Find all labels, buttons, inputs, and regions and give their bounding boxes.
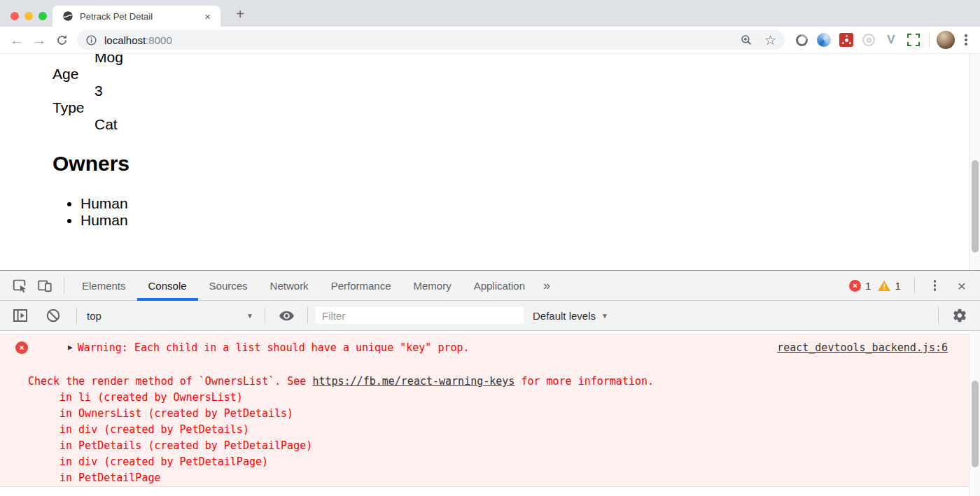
- tab-sources[interactable]: Sources: [198, 271, 259, 300]
- error-badge-icon[interactable]: ×: [849, 280, 861, 292]
- owners-heading: Owners: [52, 152, 980, 176]
- extension-capture-icon[interactable]: [904, 31, 923, 49]
- site-info-icon[interactable]: [85, 34, 97, 46]
- check-render-line: Check the render method of `OwnersList`.…: [28, 374, 948, 390]
- live-expression-button[interactable]: [277, 306, 295, 325]
- devtools-close-button[interactable]: ×: [949, 278, 974, 293]
- address-bar[interactable]: localhost:8000 ☆: [77, 30, 785, 50]
- stack-line: in div (created by PetDetailPage): [28, 454, 948, 470]
- forward-button[interactable]: →: [28, 29, 50, 50]
- expand-triangle-icon[interactable]: ▶: [68, 340, 73, 355]
- console-scrollbar-thumb[interactable]: [972, 381, 979, 467]
- react-warning-keys-link[interactable]: https://fb.me/react-warning-keys: [312, 375, 514, 388]
- source-file-link[interactable]: react_devtools_backend.js:6: [763, 340, 948, 355]
- stack-line: in PetDetailPage: [28, 470, 948, 486]
- pet-details: Mog Age 3 Type Cat Owners Human Human: [52, 54, 980, 229]
- inspect-cursor-icon: [12, 278, 27, 293]
- console-sidebar-toggle-button[interactable]: [11, 306, 29, 325]
- new-tab-button[interactable]: +: [230, 3, 251, 24]
- eye-icon: [279, 308, 295, 324]
- stack-line: in li (created by OwnersList): [28, 390, 948, 406]
- tab-memory[interactable]: Memory: [402, 271, 463, 300]
- extension-target-icon[interactable]: [860, 31, 878, 49]
- devtools-settings-button[interactable]: [951, 306, 969, 325]
- tab-elements[interactable]: Elements: [71, 271, 137, 300]
- console-sidebar-icon: [12, 307, 29, 324]
- devtools-menu-button[interactable]: [927, 276, 944, 295]
- extension-swirl-gray-icon[interactable]: [792, 31, 811, 49]
- check-render-text: Check the render method of `OwnersList`.…: [28, 375, 312, 388]
- clear-console-icon: [46, 308, 61, 323]
- warning-count: 1: [895, 280, 900, 292]
- console-message-header: × ▶ Warning: Each child in a list should…: [0, 340, 948, 355]
- profile-avatar[interactable]: [937, 31, 955, 49]
- tab-network[interactable]: Network: [259, 271, 320, 300]
- url-text: localhost:8000: [104, 34, 172, 46]
- favicon-globe-icon: [62, 10, 74, 22]
- pet-name-value: Mog: [94, 54, 980, 66]
- device-toolbar-icon: [37, 278, 52, 293]
- url-port: :8000: [146, 34, 172, 46]
- console-output: × ▶ Warning: Each child in a list should…: [0, 332, 980, 496]
- reload-button[interactable]: [50, 29, 73, 50]
- browser-window: Petrack Pet Detail × + ← → localhost:800…: [0, 0, 980, 496]
- extension-swirl-blue-icon[interactable]: [815, 31, 833, 49]
- traffic-zoom-button[interactable]: [38, 12, 47, 20]
- devtools-divider: [64, 277, 64, 294]
- filter-input[interactable]: [316, 307, 524, 324]
- browser-menu-button[interactable]: [958, 31, 974, 49]
- tab-console[interactable]: Console: [137, 271, 198, 300]
- tab-title: Petrack Pet Detail: [80, 11, 202, 22]
- log-levels-dropdown[interactable]: Default levels ▼: [533, 310, 608, 322]
- tab-close-icon[interactable]: ×: [202, 10, 214, 23]
- console-scrollbar: [969, 332, 980, 496]
- back-button[interactable]: ←: [6, 29, 28, 50]
- more-tabs-button[interactable]: »: [536, 278, 557, 293]
- page-scrollbar-thumb[interactable]: [972, 160, 979, 253]
- traffic-close-button[interactable]: [10, 12, 19, 20]
- javascript-context-dropdown[interactable]: top ▼: [87, 310, 253, 322]
- clear-console-button[interactable]: [44, 306, 62, 325]
- toolbar-divider: [929, 33, 930, 47]
- tab-application[interactable]: Application: [463, 271, 536, 300]
- extension-red-icon[interactable]: [837, 31, 855, 49]
- inspect-element-button[interactable]: [10, 276, 29, 295]
- console-toolbar: top ▼ Default levels ▼: [0, 301, 980, 331]
- stack-line: in OwnersList (created by PetDetails): [28, 406, 948, 422]
- tab-performance[interactable]: Performance: [320, 271, 402, 300]
- zoom-indicator-icon[interactable]: [740, 34, 753, 47]
- chevron-down-icon: ▼: [601, 312, 608, 320]
- component-stack: in li (created by OwnersList) in OwnersL…: [28, 390, 948, 486]
- pet-detail-list: Mog Age 3 Type Cat: [52, 54, 980, 133]
- browser-toolbar: ← → localhost:8000 ☆ V: [0, 27, 980, 54]
- device-toolbar-button[interactable]: [36, 276, 54, 295]
- context-label: top: [87, 310, 102, 322]
- traffic-minimize-button[interactable]: [24, 12, 33, 20]
- devtools-tab-bar: Elements Console Sources Network Perform…: [0, 271, 980, 301]
- browser-tab[interactable]: Petrack Pet Detail ×: [52, 6, 220, 27]
- console-toolbar-divider: [265, 307, 265, 324]
- pet-type-label: Type: [52, 99, 980, 116]
- url-host: localhost: [104, 34, 146, 46]
- pet-age-label: Age: [52, 66, 980, 83]
- stack-line: in div (created by PetDetails): [28, 422, 948, 438]
- extension-vue-icon[interactable]: V: [882, 31, 900, 49]
- devtools-tabbar-right: × 1 ! 1 ×: [849, 276, 980, 295]
- devtools-panel: Elements Console Sources Network Perform…: [0, 270, 980, 496]
- page-scrollbar: [969, 54, 980, 270]
- owner-list-item: Human: [80, 195, 980, 212]
- owners-list: Human Human: [52, 195, 980, 229]
- pet-age-value: 3: [94, 83, 980, 99]
- log-levels-label: Default levels: [533, 310, 596, 322]
- owner-list-item: Human: [80, 212, 980, 229]
- warning-badge-icon[interactable]: !: [878, 281, 890, 291]
- gear-icon: [952, 308, 967, 323]
- warning-text: Warning: Each child in a list should hav…: [78, 340, 470, 355]
- error-count: 1: [865, 280, 871, 292]
- console-toolbar-divider: [307, 307, 308, 324]
- chevron-down-icon: ▼: [246, 312, 253, 320]
- reload-icon: [55, 34, 69, 47]
- page-content: Mog Age 3 Type Cat Owners Human Human: [0, 54, 980, 270]
- more-info-text: for more information.: [514, 375, 654, 388]
- bookmark-star-icon[interactable]: ☆: [764, 32, 776, 48]
